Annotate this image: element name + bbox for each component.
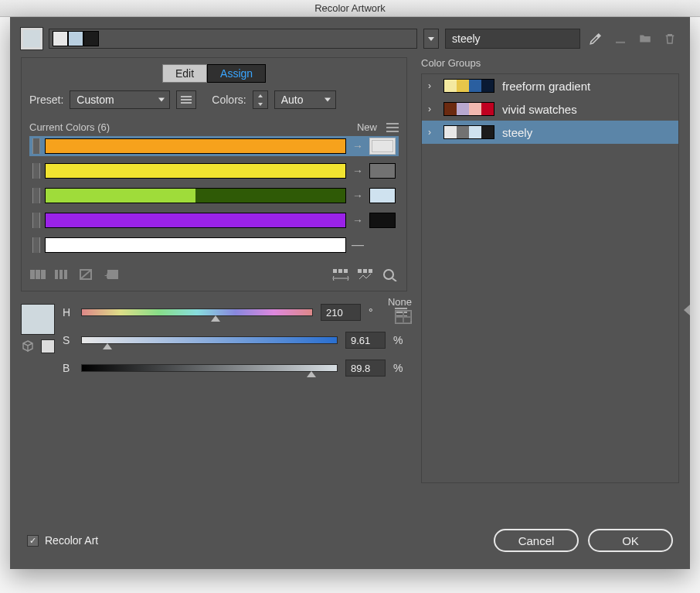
cancel-button[interactable]: Cancel	[494, 529, 579, 552]
row-handle[interactable]	[32, 237, 40, 253]
tab-edit[interactable]: Edit	[162, 64, 207, 83]
current-color-bar[interactable]	[45, 213, 346, 228]
panel-collapse-icon[interactable]	[684, 305, 690, 315]
row-handle[interactable]	[32, 188, 40, 203]
sat-row: S %	[63, 332, 407, 349]
hue-unit: °	[369, 306, 382, 319]
separate-icon[interactable]	[54, 268, 71, 281]
svg-rect-17	[363, 269, 367, 273]
svg-rect-16	[358, 269, 362, 273]
group-swatch[interactable]	[68, 31, 83, 46]
svg-rect-4	[36, 270, 40, 279]
assign-arrow-icon[interactable]: →	[351, 140, 365, 152]
assign-arrow-icon[interactable]: →	[351, 165, 365, 177]
out-of-gamut-icon[interactable]	[21, 339, 35, 353]
color-group-item[interactable]: ›vivid swatches	[422, 97, 678, 121]
tab-assign[interactable]: Assign	[207, 64, 266, 83]
svg-rect-0	[181, 96, 192, 97]
chevron-right-icon[interactable]: ›	[428, 104, 436, 114]
row-handle[interactable]	[32, 213, 40, 228]
sat-slider[interactable]	[81, 336, 338, 344]
randomize-order-icon[interactable]	[332, 268, 349, 281]
svg-rect-1	[181, 99, 192, 101]
hue-value[interactable]	[321, 304, 361, 321]
no-assign-icon: —	[351, 238, 365, 252]
footer-buttons: Cancel OK	[494, 529, 673, 552]
color-group-strip[interactable]	[49, 29, 417, 49]
svg-rect-13	[333, 269, 337, 273]
find-in-wheel-icon[interactable]	[382, 268, 399, 281]
randomize-sat-icon[interactable]	[357, 268, 374, 281]
color-row[interactable]: →	[29, 210, 399, 230]
svg-rect-2	[181, 102, 192, 104]
svg-rect-6	[55, 270, 58, 279]
svg-rect-18	[369, 269, 372, 273]
color-row[interactable]: —	[29, 235, 399, 255]
hsb-section: H ° S % B	[21, 304, 407, 377]
bri-value[interactable]	[345, 360, 386, 377]
row-handle[interactable]	[32, 138, 40, 154]
svg-rect-15	[344, 269, 348, 273]
new-row-icon[interactable]: +	[104, 268, 121, 281]
color-group-item[interactable]: ›freeform gradient	[422, 74, 678, 97]
ok-button[interactable]: OK	[588, 529, 673, 552]
recolor-art-checkbox[interactable]: ✓ Recolor Art	[27, 534, 98, 547]
sat-value[interactable]	[345, 332, 386, 349]
current-colors-header: Current Colors (6) New	[29, 121, 399, 133]
colors-label: Colors:	[212, 94, 246, 106]
group-swatch-strip	[443, 102, 494, 116]
chevron-right-icon[interactable]: ›	[428, 80, 436, 91]
current-color-swatch[interactable]	[21, 304, 55, 335]
assign-arrow-icon[interactable]: →	[351, 189, 365, 202]
color-row[interactable]: →	[29, 186, 399, 206]
trash-icon[interactable]	[661, 29, 679, 48]
color-row[interactable]: →	[29, 136, 399, 156]
colors-stepper[interactable]	[253, 90, 268, 109]
bri-slider[interactable]	[81, 364, 338, 372]
group-swatch[interactable]	[83, 31, 99, 46]
svg-text:+: +	[104, 271, 110, 281]
row-handle[interactable]	[32, 163, 40, 179]
current-color-bar[interactable]	[45, 237, 346, 253]
header-row	[10, 17, 690, 49]
group-swatch[interactable]	[53, 31, 68, 46]
svg-rect-7	[59, 270, 63, 279]
chevron-right-icon[interactable]: ›	[428, 127, 436, 138]
color-group-label: steely	[502, 126, 532, 139]
hue-slider[interactable]	[81, 308, 313, 316]
gamut-swatch[interactable]	[41, 339, 55, 353]
color-group-item[interactable]: ›steely	[422, 121, 678, 144]
current-color-bar[interactable]	[45, 188, 346, 203]
window-title: Recolor Artwork	[314, 2, 386, 14]
folder-icon[interactable]	[636, 29, 654, 48]
sat-label: S	[63, 334, 73, 346]
svg-line-10	[80, 270, 91, 279]
exclude-icon[interactable]	[79, 268, 96, 281]
window-titlebar: Recolor Artwork	[0, 0, 700, 17]
none-swatch[interactable]: .	[395, 310, 412, 324]
merge-icon[interactable]	[29, 268, 46, 281]
color-group-label: vivid swatches	[502, 103, 577, 116]
assign-arrow-icon[interactable]: →	[351, 214, 365, 227]
new-color-swatch[interactable]	[369, 138, 396, 155]
group-swatch-strip	[443, 79, 494, 93]
color-row[interactable]: →	[29, 161, 399, 181]
current-color-bar[interactable]	[45, 163, 346, 179]
current-color-bar[interactable]	[45, 138, 346, 154]
color-group-name-input[interactable]	[445, 29, 580, 49]
preset-select[interactable]: Custom	[70, 90, 170, 109]
new-color-swatch[interactable]	[369, 188, 396, 203]
bri-row: B %	[63, 360, 407, 377]
save-group-icon[interactable]	[611, 29, 630, 48]
svg-rect-3	[30, 270, 35, 279]
new-color-swatch[interactable]	[369, 213, 396, 228]
group-dropdown[interactable]	[423, 29, 439, 49]
flyout-menu-icon[interactable]	[386, 123, 399, 132]
dialog-body: Edit Assign Preset: Custom Colors: Auto	[10, 49, 690, 483]
colors-select[interactable]: Auto	[274, 90, 336, 109]
eyedropper-icon[interactable]	[586, 29, 605, 48]
active-colors-swatch[interactable]	[21, 28, 42, 49]
color-groups-title: Color Groups	[421, 57, 679, 69]
new-color-swatch[interactable]	[369, 163, 396, 179]
preset-options-button[interactable]	[176, 90, 196, 109]
